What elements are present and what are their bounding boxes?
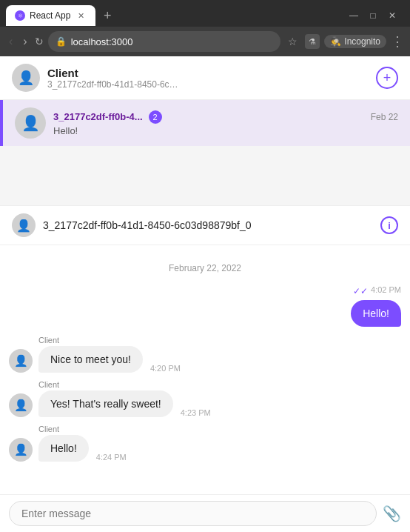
tab-close-button[interactable]: ✕ [75, 10, 87, 21]
bookmark-icon[interactable]: ☆ [288, 36, 298, 47]
incognito-badge: 🕵 Incognito [324, 35, 386, 48]
incoming-block-1: Client Nice to meet you! 4:20 PM [38, 336, 181, 373]
incoming-avatar-icon-2: 👤 [14, 399, 28, 412]
divider-space [0, 146, 410, 205]
chat-input-area: 📎 [0, 494, 410, 532]
address-bar: ‹ › ↻ 🔒 localhost:3000 ☆ ⚗ 🕵 Incognito ⋮ [0, 27, 410, 56]
sidebar-header-subtitle: 3_2177c2df-ff0b-41d1-8450-6c03d... [47, 79, 181, 90]
incoming-sender-3: Client [38, 425, 127, 433]
incoming-row-3: Hello! 4:24 PM [38, 435, 127, 462]
window-controls: — □ ✕ [345, 7, 404, 24]
incoming-row-2: Yes! That's really sweet! 4:23 PM [38, 390, 211, 417]
conversation-list: 👤 3_2177c2df-ff0b-4... 2 Feb 22 Hello! [0, 100, 410, 146]
conversation-item[interactable]: 👤 3_2177c2df-ff0b-4... 2 Feb 22 Hello! [0, 100, 410, 146]
incoming-time-2: 4:23 PM [181, 408, 211, 417]
new-tab-button[interactable]: + [98, 7, 116, 24]
message-incoming-2: 👤 Client Yes! That's really sweet! 4:23 … [9, 380, 401, 417]
incoming-avatar-icon-3: 👤 [14, 443, 28, 456]
incoming-avatar-3: 👤 [9, 438, 33, 462]
incognito-icon: 🕵 [330, 36, 341, 47]
ext-icon-1[interactable]: ⚗ [305, 34, 320, 49]
conversation-preview: Hello! [53, 125, 398, 136]
chat-header-avatar: 👤 [12, 213, 36, 237]
sidebar-header-info: Client 3_2177c2df-ff0b-41d1-8450-6c03d..… [47, 67, 376, 90]
incoming-bubble-1: Nice to meet you! [38, 346, 143, 373]
url-text: localhost:3000 [71, 36, 133, 47]
conversation-name: 3_2177c2df-ff0b-4... [53, 111, 143, 122]
incoming-bubble-2: Yes! That's really sweet! [38, 390, 173, 417]
conversation-info: 3_2177c2df-ff0b-4... 2 Feb 22 Hello! [53, 110, 398, 136]
lock-icon: 🔒 [56, 36, 67, 47]
new-chat-button[interactable]: + [376, 67, 398, 89]
incoming-avatar-1: 👤 [9, 349, 33, 373]
extension-icons: ⚗ [305, 34, 320, 49]
sidebar-header-title: Client [47, 67, 376, 79]
incoming-block-3: Client Hello! 4:24 PM [38, 425, 127, 462]
close-window-button[interactable]: ✕ [383, 7, 401, 24]
outgoing-time: 4:02 PM [371, 285, 401, 294]
conversation-badge: 2 [149, 110, 162, 124]
message-incoming-3: 👤 Client Hello! 4:24 PM [9, 425, 401, 462]
url-bar[interactable]: 🔒 localhost:3000 [48, 31, 281, 52]
message-outgoing: ✓✓ 4:02 PM Hello! [9, 285, 401, 327]
sidebar-header: 👤 Client 3_2177c2df-ff0b-41d1-8450-6c03d… [0, 56, 410, 100]
app-content: 👤 Client 3_2177c2df-ff0b-41d1-8450-6c03d… [0, 56, 410, 532]
avatar-icon: 👤 [18, 70, 34, 86]
incoming-block-2: Client Yes! That's really sweet! 4:23 PM [38, 380, 211, 417]
sidebar-header-avatar: 👤 [12, 64, 40, 92]
conversation-date: Feb 22 [371, 112, 398, 122]
incoming-row-1: Nice to meet you! 4:20 PM [38, 346, 181, 373]
incognito-label: Incognito [344, 36, 380, 47]
browser-menu-button[interactable]: ⋮ [391, 33, 404, 50]
info-button[interactable]: i [380, 216, 398, 234]
incoming-time-1: 4:20 PM [150, 364, 181, 373]
incoming-avatar-icon-1: 👤 [14, 354, 28, 368]
read-receipt-icon: ✓✓ [353, 286, 368, 296]
incoming-time-3: 4:24 PM [96, 453, 127, 462]
incoming-avatar-2: 👤 [9, 393, 33, 417]
url-host: localhost: [71, 36, 112, 47]
chat-header: 👤 3_2177c2df-ff0b-41d1-8450-6c03d98879bf… [0, 206, 410, 245]
chat-area: 👤 3_2177c2df-ff0b-41d1-8450-6c03d98879bf… [0, 205, 410, 532]
active-tab[interactable]: ⚛ React App ✕ [6, 5, 95, 26]
outgoing-bubble: Hello! [351, 300, 401, 327]
date-divider: February 22, 2022 [9, 263, 401, 273]
tab-bar: ⚛ React App ✕ + — □ ✕ [0, 0, 410, 27]
attachment-button[interactable]: 📎 [383, 505, 401, 522]
conversation-avatar: 👤 [15, 107, 46, 139]
incoming-sender-1: Client [38, 336, 181, 345]
chat-messages: February 22, 2022 ✓✓ 4:02 PM Hello! 👤 Cl… [0, 245, 410, 494]
url-port: 3000 [112, 36, 133, 47]
tab-favicon: ⚛ [15, 10, 25, 21]
chat-avatar-icon: 👤 [16, 219, 31, 233]
conversation-top: 3_2177c2df-ff0b-4... 2 Feb 22 [53, 110, 398, 124]
message-input[interactable] [9, 501, 377, 526]
incoming-sender-2: Client [38, 380, 211, 389]
back-button[interactable]: ‹ [6, 33, 16, 50]
message-incoming-1: 👤 Client Nice to meet you! 4:20 PM [9, 336, 401, 373]
minimize-button[interactable]: — [345, 7, 363, 24]
tab-title: React App [30, 10, 70, 21]
forward-button[interactable]: › [20, 33, 30, 50]
maximize-button[interactable]: □ [364, 7, 382, 24]
conv-avatar-icon: 👤 [21, 114, 40, 132]
refresh-button[interactable]: ↻ [35, 36, 44, 47]
chat-header-title: 3_2177c2df-ff0b-41d1-8450-6c03d98879bf_0 [43, 219, 380, 231]
incoming-bubble-3: Hello! [38, 435, 89, 462]
browser-chrome: ⚛ React App ✕ + — □ ✕ ‹ › ↻ 🔒 localhost:… [0, 0, 410, 56]
